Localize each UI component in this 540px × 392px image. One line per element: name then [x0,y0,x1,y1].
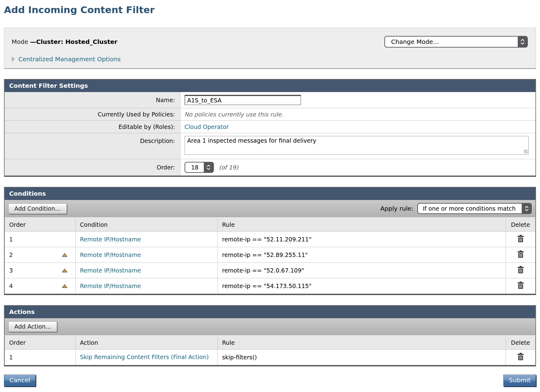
footer-buttons: Cancel Submit [4,375,536,387]
trash-icon[interactable] [517,353,524,361]
condition-row: 1 Remote IP/Hostname remote-ip == "52.11… [5,232,535,247]
change-mode-select[interactable]: Change Mode... [384,36,528,48]
col-header-rule: Rule [218,336,506,350]
condition-link[interactable]: Remote IP/Hostname [80,283,141,289]
col-header-delete: Delete [506,336,535,350]
description-row: Description: Area 1 inspected messages f… [5,133,535,159]
actions-toolbar: Add Action... [5,318,535,335]
policies-label: Currently Used by Policies: [5,108,180,121]
mode-label: Mode [12,38,28,45]
description-textarea[interactable]: Area 1 inspected messages for final deli… [185,136,529,155]
condition-row: 4 Remote IP/Hostname remote-ip == "54.17… [5,278,535,294]
triangle-right-icon[interactable] [12,57,15,62]
trash-icon[interactable] [517,281,524,289]
centralized-management-options-link[interactable]: Centralized Management Options [18,55,121,63]
change-mode-select-label: Change Mode... [385,38,452,45]
name-label: Name: [5,92,180,108]
condition-rule: remote-ip == "52.0.67.109" [222,267,304,274]
up-down-chevrons-icon [204,162,214,173]
up-arrow-icon[interactable] [62,284,67,288]
condition-order: 1 [9,236,13,243]
up-down-chevrons-icon [518,36,527,47]
cancel-button[interactable]: Cancel [4,375,36,387]
add-condition-button[interactable]: Add Condition... [8,203,67,214]
settings-table: Name: Currently Used by Policies: No pol… [5,92,535,176]
col-header-delete: Delete [506,218,535,232]
page-title: Add Incoming Content Filter [4,4,540,15]
actions-section: Actions Add Action... Order Action Rule … [4,305,536,366]
centralized-management-row: Centralized Management Options [12,55,528,63]
col-header-condition: Condition [76,218,218,232]
condition-link[interactable]: Remote IP/Hostname [80,236,141,243]
action-rule: skip-filters() [222,354,257,361]
action-order: 1 [9,354,13,361]
up-arrow-icon[interactable] [62,253,67,257]
conditions-header: Conditions [5,187,535,200]
apply-rule-select[interactable]: If one or more conditions match [417,203,532,214]
submit-button[interactable]: Submit [503,375,536,387]
description-label: Description: [5,133,180,159]
condition-order: 4 [9,283,13,289]
up-down-chevrons-icon [522,203,531,214]
conditions-toolbar: Add Condition... Apply rule: If one or m… [5,200,535,217]
condition-link[interactable]: Remote IP/Hostname [80,267,141,274]
policies-value: No policies currently use this rule. [185,111,283,118]
mode-row: Mode —Cluster: Hosted_Cluster Change Mod… [12,36,528,48]
actions-header: Actions [5,306,535,318]
resize-grip[interactable] [524,150,528,154]
name-input[interactable] [185,95,301,105]
up-arrow-icon[interactable] [62,269,67,273]
cloud-operator-link[interactable]: Cloud Operator [185,123,229,130]
policies-row: Currently Used by Policies: No policies … [5,108,535,121]
condition-order: 2 [9,251,13,258]
order-label: Order: [5,159,180,176]
col-header-order: Order [5,218,76,232]
condition-order: 3 [9,267,13,274]
order-row: Order: 18 (of 19) [5,159,535,176]
trash-icon[interactable] [517,266,524,274]
conditions-section: Conditions Add Condition... Apply rule: … [4,187,536,295]
content-filter-settings-header: Content Filter Settings [5,80,535,92]
conditions-table: Order Condition Rule Delete 1 Remote IP/… [5,217,535,294]
condition-row: 2 Remote IP/Hostname remote-ip == "52.89… [5,247,535,263]
order-total: (of 19) [219,164,238,171]
content-filter-settings-section: Content Filter Settings Name: Currently … [4,79,536,177]
apply-rule-select-value: If one or more conditions match [418,205,529,212]
condition-rule: remote-ip == "52.11.209.211" [222,236,311,243]
actions-table: Order Action Rule Delete 1 Skip Remainin… [5,335,535,365]
roles-label: Editable by (Roles): [5,121,180,133]
condition-row: 3 Remote IP/Hostname remote-ip == "52.0.… [5,263,535,278]
col-header-action: Action [76,336,218,350]
action-row: 1 Skip Remaining Content Filters (Final … [5,350,535,365]
condition-rule: remote-ip == "54.173.50.115" [222,283,311,289]
trash-icon[interactable] [517,235,524,243]
add-action-button[interactable]: Add Action... [8,321,57,332]
action-link[interactable]: Skip Remaining Content Filters (Final Ac… [80,353,211,361]
trash-icon[interactable] [517,250,524,258]
name-row: Name: [5,92,535,108]
col-header-rule: Rule [218,218,506,232]
mode-panel: Mode —Cluster: Hosted_Cluster Change Mod… [4,28,536,69]
condition-rule: remote-ip == "52.89.255.11" [222,251,308,258]
col-header-order: Order [5,336,76,350]
apply-rule-label: Apply rule: [380,205,413,212]
mode-cluster-value: —Cluster: Hosted_Cluster [30,38,117,45]
roles-row: Editable by (Roles): Cloud Operator [5,121,535,133]
order-select[interactable]: 18 [185,162,214,173]
condition-link[interactable]: Remote IP/Hostname [80,251,141,258]
